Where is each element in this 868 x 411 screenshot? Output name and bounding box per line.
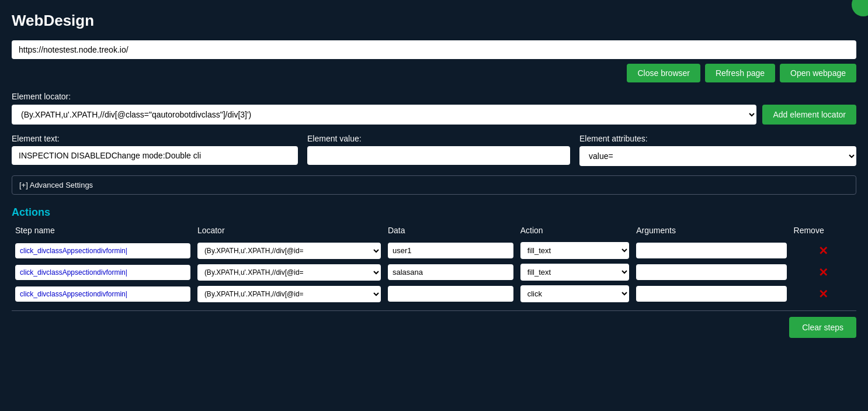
element-details-row: Element text: Element value: Element att… (12, 134, 856, 166)
col-header-data: Data (384, 223, 517, 240)
open-webpage-button[interactable]: Open webpage (780, 64, 856, 82)
step-name-input[interactable] (15, 286, 190, 302)
clear-steps-button[interactable]: Clear steps (789, 317, 856, 338)
element-attributes-field: Element attributes: value= (579, 134, 856, 166)
element-locator-section: Element locator: (By.XPATH,u'.XPATH,//di… (12, 92, 856, 125)
locator-row: (By.XPATH,u'.XPATH,//div[@class="qautoro… (12, 105, 856, 125)
row-action-select[interactable]: fill_textclicktextclearsubmit (520, 242, 629, 259)
url-buttons-row: Close browser Refresh page Open webpage (12, 64, 856, 82)
element-text-field: Element text: (12, 134, 298, 165)
col-header-action: Action (517, 223, 633, 240)
close-browser-button[interactable]: Close browser (627, 64, 700, 82)
col-header-locator: Locator (194, 223, 384, 240)
row-locator-select[interactable]: (By.XPATH,u'.XPATH,//div[@id= (197, 286, 381, 302)
bottom-row: Clear steps (12, 310, 856, 340)
row-action-select[interactable]: fill_textclicktextclearsubmit (520, 285, 629, 302)
row-data-input[interactable] (388, 264, 513, 280)
table-row: (By.XPATH,u'.XPATH,//div[@id=fill_textcl… (12, 240, 856, 261)
element-text-label: Element text: (12, 134, 298, 143)
col-header-remove: Remove (790, 223, 856, 240)
element-locator-select[interactable]: (By.XPATH,u'.XPATH,//div[@class="qautoro… (12, 105, 756, 125)
row-arguments-input[interactable] (636, 264, 786, 280)
remove-row-button[interactable]: ✕ (818, 244, 828, 258)
row-locator-select[interactable]: (By.XPATH,u'.XPATH,//div[@id= (197, 243, 381, 259)
url-section: Close browser Refresh page Open webpage (12, 40, 856, 82)
col-header-arguments: Arguments (633, 223, 790, 240)
row-arguments-input[interactable] (636, 286, 786, 302)
col-header-step-name: Step name (12, 223, 194, 240)
remove-row-button[interactable]: ✕ (818, 265, 828, 279)
row-action-select[interactable]: fill_textclicktextclearsubmit (520, 264, 629, 281)
remove-row-button[interactable]: ✕ (818, 287, 828, 301)
actions-table-body: (By.XPATH,u'.XPATH,//div[@id=fill_textcl… (12, 240, 856, 305)
row-data-input[interactable] (388, 286, 513, 302)
table-row: (By.XPATH,u'.XPATH,//div[@id=fill_textcl… (12, 261, 856, 283)
element-text-input[interactable] (12, 146, 298, 165)
element-value-field: Element value: (307, 134, 570, 165)
url-input[interactable] (12, 40, 856, 59)
actions-table: Step name Locator Data Action Arguments … (12, 223, 856, 305)
step-name-input[interactable] (15, 265, 190, 280)
row-arguments-input[interactable] (636, 243, 786, 258)
row-locator-select[interactable]: (By.XPATH,u'.XPATH,//div[@id= (197, 264, 381, 281)
advanced-settings-toggle[interactable]: [+] Advanced Settings (12, 175, 856, 195)
actions-section: Actions Step name Locator Data Action Ar… (12, 206, 856, 305)
step-name-input[interactable] (15, 243, 190, 258)
element-value-input[interactable] (307, 146, 570, 165)
element-attributes-select[interactable]: value= (579, 146, 856, 166)
element-locator-label: Element locator: (12, 92, 856, 101)
advanced-settings-label: [+] Advanced Settings (19, 181, 93, 189)
row-data-input[interactable] (388, 243, 513, 258)
table-row: (By.XPATH,u'.XPATH,//div[@id=fill_textcl… (12, 283, 856, 305)
app-title: WebDesign (12, 12, 856, 30)
element-attributes-label: Element attributes: (579, 134, 856, 143)
app-container: WebDesign Close browser Refresh page Ope… (0, 0, 868, 346)
actions-table-header: Step name Locator Data Action Arguments … (12, 223, 856, 240)
actions-title: Actions (12, 206, 856, 219)
add-element-locator-button[interactable]: Add element locator (762, 105, 856, 125)
element-value-label: Element value: (307, 134, 570, 143)
refresh-page-button[interactable]: Refresh page (705, 64, 775, 82)
